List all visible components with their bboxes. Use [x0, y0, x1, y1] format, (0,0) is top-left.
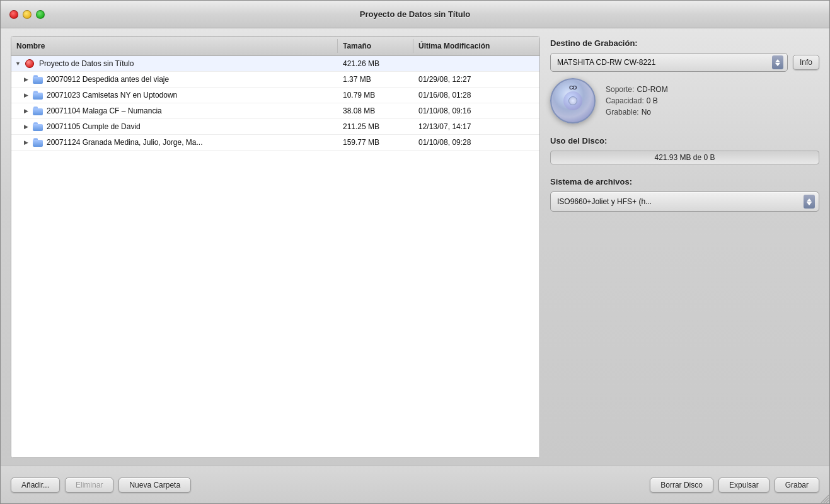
cd-recordable-label: Grabable: — [606, 108, 639, 117]
cd-properties: Soporte: CD-ROM Capacidad: 0 B Grabable:… — [606, 85, 668, 117]
erase-disc-button[interactable]: Borrar Disco — [650, 478, 713, 493]
folder-icon — [33, 75, 43, 84]
bottom-right-buttons: Borrar Disco Expulsar Grabar — [650, 478, 819, 493]
file-name: 20071023 Camisetas NY en Uptodown — [47, 91, 177, 100]
usage-bar: 421.93 MB de 0 B — [550, 151, 819, 164]
file-date: 01/10/08, 09:16 — [413, 105, 539, 117]
svg-line-1 — [824, 498, 829, 503]
cd-recordable-value: No — [642, 108, 651, 117]
destination-label: Destino de Grabación: — [550, 38, 819, 48]
window-title: Proyecto de Datos sin Título — [360, 9, 471, 19]
table-row[interactable]: ▶ 20071124 Granada Medina, Julio, Jorge,… — [11, 135, 539, 151]
folder-icon — [33, 91, 43, 100]
file-date: 01/16/08, 01:28 — [413, 89, 539, 101]
file-name-cell: ▶ 20070912 Despedida antes del viaje — [11, 73, 338, 86]
folder-icon — [33, 138, 43, 147]
col-header-size: Tamaño — [338, 39, 413, 53]
svg-line-2 — [826, 500, 829, 503]
usage-bar-text: 421.93 MB de 0 B — [654, 153, 715, 162]
destination-section: Destino de Grabación: MATSHITA CD-RW CW-… — [550, 38, 819, 123]
maximize-button[interactable] — [36, 10, 45, 19]
info-button[interactable]: Info — [793, 55, 819, 70]
disk-usage-label: Uso del Disco: — [550, 136, 819, 146]
arrow-down-icon — [775, 63, 780, 66]
bottom-bar: Añadir... Eliminar Nueva Carpeta Borrar … — [1, 466, 829, 503]
fs-arrow-up-icon — [807, 198, 812, 202]
tree-expand-arrow[interactable]: ▼ — [15, 60, 21, 67]
file-size: 159.77 MB — [338, 136, 413, 149]
disk-usage-section: Uso del Disco: 421.93 MB de 0 B — [550, 136, 819, 164]
filesystem-value: ISO9660+Joliet y HFS+ (h... — [557, 197, 798, 206]
file-size: 211.25 MB — [338, 120, 413, 133]
project-name: Proyecto de Datos sin Título — [39, 59, 134, 68]
cd-info-area: CD Soporte: CD-ROM Capacidad: 0 B Grabab… — [550, 78, 819, 123]
project-name-cell: ▼ Proyecto de Datos sin Título — [11, 57, 338, 70]
cd-label — [563, 91, 582, 110]
add-button[interactable]: Añadir... — [11, 478, 60, 493]
tree-collapse-arrow[interactable]: ▶ — [24, 92, 30, 98]
burn-button[interactable]: Grabar — [775, 478, 819, 493]
drive-selector[interactable]: MATSHITA CD-RW CW-8221 — [550, 53, 788, 72]
filesystem-section: Sistema de archivos: ISO9660+Joliet y HF… — [550, 177, 819, 212]
file-date: 01/10/08, 09:28 — [413, 136, 539, 149]
table-row[interactable]: ▶ 20071104 Malaga CF – Numancia 38.08 MB… — [11, 103, 539, 119]
cd-capacity-value: 0 B — [647, 96, 658, 105]
right-panel: Destino de Grabación: MATSHITA CD-RW CW-… — [550, 36, 819, 458]
bottom-left-buttons: Añadir... Eliminar Nueva Carpeta — [11, 478, 191, 493]
table-row[interactable]: ▶ 20071023 Camisetas NY en Uptodown 10.7… — [11, 88, 539, 103]
table-row[interactable]: ▶ 20070912 Despedida antes del viaje 1.3… — [11, 72, 539, 88]
col-header-name: Nombre — [11, 39, 338, 53]
destination-controls: MATSHITA CD-RW CW-8221 Info — [550, 53, 819, 72]
tree-collapse-arrow[interactable]: ▶ — [24, 139, 30, 146]
cd-capacity-label: Capacidad: — [606, 96, 644, 105]
filesystem-selector[interactable]: ISO9660+Joliet y HFS+ (h... — [550, 192, 819, 212]
folder-icon — [33, 122, 43, 131]
filesystem-label: Sistema de archivos: — [550, 177, 819, 186]
cd-support-value: CD-ROM — [637, 85, 667, 94]
fs-dropdown-arrows — [807, 198, 812, 205]
cd-capacity-row: Capacidad: 0 B — [606, 96, 668, 105]
file-name-cell: ▶ 20071023 Camisetas NY en Uptodown — [11, 89, 338, 101]
minimize-button[interactable] — [23, 10, 32, 19]
tree-collapse-arrow[interactable]: ▶ — [24, 76, 30, 83]
cd-disc-icon: CD — [550, 78, 596, 123]
title-bar: Proyecto de Datos sin Título — [1, 1, 829, 28]
eject-button[interactable]: Expulsar — [718, 478, 769, 493]
tree-collapse-arrow[interactable]: ▶ — [24, 108, 30, 114]
file-name: 20071104 Malaga CF – Numancia — [47, 106, 162, 115]
close-button[interactable] — [9, 10, 18, 19]
window-controls — [9, 10, 45, 19]
fs-arrow-down-icon — [807, 202, 812, 205]
table-row[interactable]: ▶ 20071105 Cumple de David 211.25 MB 12/… — [11, 119, 539, 135]
folder-icon — [33, 106, 43, 115]
dropdown-arrows — [775, 59, 780, 66]
file-date: 12/13/07, 14:17 — [413, 120, 539, 133]
cd-text: CD — [569, 84, 577, 91]
cd-support-row: Soporte: CD-ROM — [606, 85, 668, 94]
main-window: Proyecto de Datos sin Título Nombre Tama… — [0, 0, 830, 504]
drive-name: MATSHITA CD-RW CW-8221 — [557, 58, 769, 67]
file-date: 01/29/08, 12:27 — [413, 73, 539, 86]
file-list[interactable]: ▼ Proyecto de Datos sin Título 421.26 MB… — [11, 56, 539, 457]
file-panel: Nombre Tamaño Última Modificación ▼ Proy… — [11, 36, 540, 458]
cd-support-label: Soporte: — [606, 85, 634, 94]
main-content: Nombre Tamaño Última Modificación ▼ Proy… — [1, 28, 829, 466]
file-name: 20071105 Cumple de David — [47, 122, 141, 131]
file-size: 1.37 MB — [338, 73, 413, 86]
remove-button[interactable]: Eliminar — [65, 478, 113, 493]
col-header-modified: Última Modificación — [413, 39, 539, 53]
project-icon — [25, 59, 34, 68]
resize-handle[interactable] — [819, 493, 829, 503]
tree-collapse-arrow[interactable]: ▶ — [24, 123, 30, 130]
file-size: 10.79 MB — [338, 89, 413, 101]
new-folder-button[interactable]: Nueva Carpeta — [118, 478, 191, 493]
project-size: 421.26 MB — [338, 57, 413, 70]
project-row[interactable]: ▼ Proyecto de Datos sin Título 421.26 MB — [11, 56, 539, 72]
file-name: 20071124 Granada Medina, Julio, Jorge, M… — [47, 138, 203, 147]
fs-dropdown-arrow-icon[interactable] — [804, 195, 815, 209]
file-size: 38.08 MB — [338, 105, 413, 117]
file-table-header: Nombre Tamaño Última Modificación — [11, 37, 539, 56]
project-date — [413, 62, 539, 66]
cd-recordable-row: Grabable: No — [606, 108, 668, 117]
dropdown-arrow-icon[interactable] — [772, 55, 783, 69]
